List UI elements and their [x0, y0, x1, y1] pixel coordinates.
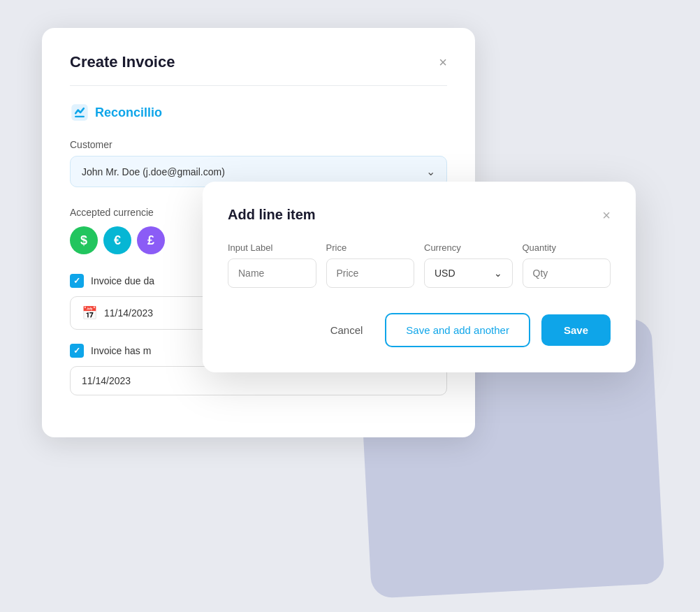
checkmark-icon-2: ✓: [73, 346, 80, 356]
invoice-due-date-checkbox[interactable]: ✓: [70, 274, 84, 288]
customer-value: John Mr. Doe (j.doe@gmail.com): [82, 166, 225, 177]
line-item-form-row: Input Label Price Currency USD ⌄ Quantit…: [228, 242, 611, 288]
input-label-header: Input Label: [228, 242, 316, 253]
currency-select[interactable]: USD ⌄: [424, 258, 513, 288]
checkmark-icon: ✓: [73, 276, 80, 286]
invoice-memo-checkbox[interactable]: ✓: [70, 344, 84, 358]
memo-date-value: 11/14/2023: [82, 375, 131, 386]
quantity-header: Quantity: [523, 242, 611, 253]
currency-header: Currency: [424, 242, 513, 253]
price-col: Price: [326, 242, 415, 288]
modal-header: Add line item ×: [228, 207, 611, 223]
gbp-currency-icon: £: [137, 226, 165, 254]
header-divider: [70, 85, 447, 86]
modal-title: Add line item: [228, 207, 316, 223]
eur-currency-icon: €: [103, 226, 131, 254]
name-input[interactable]: [228, 258, 316, 288]
create-invoice-title: Create Invoice: [70, 53, 175, 71]
cancel-button[interactable]: Cancel: [319, 317, 374, 343]
price-header: Price: [326, 242, 415, 253]
brand-icon: [70, 103, 89, 122]
modal-actions: Cancel Save and add another Save: [228, 313, 611, 347]
invoice-memo-label: Invoice has m: [91, 345, 151, 356]
brand-row: Reconcillio: [70, 103, 447, 122]
due-date-value: 11/14/2023: [104, 307, 153, 319]
calendar-icon: 📅: [82, 305, 97, 321]
currency-select-value: USD: [435, 268, 455, 279]
qty-input[interactable]: [523, 258, 611, 288]
input-label-col: Input Label: [228, 242, 316, 288]
save-button[interactable]: Save: [541, 314, 611, 346]
brand-name: Reconcillio: [95, 105, 162, 120]
chevron-down-icon: ⌄: [426, 165, 435, 178]
close-modal-button[interactable]: ×: [602, 208, 611, 222]
customer-label: Customer: [70, 139, 447, 150]
usd-currency-icon: $: [70, 226, 98, 254]
currency-col: Currency USD ⌄: [424, 242, 513, 288]
add-line-item-modal: Add line item × Input Label Price Curren…: [203, 182, 636, 372]
close-create-invoice-button[interactable]: ×: [439, 55, 447, 69]
card-header: Create Invoice ×: [70, 53, 447, 71]
quantity-col: Quantity: [523, 242, 611, 288]
price-input[interactable]: [326, 258, 415, 288]
currency-chevron-icon: ⌄: [494, 268, 502, 279]
invoice-due-date-label: Invoice due da: [91, 275, 154, 286]
save-and-add-button[interactable]: Save and add another: [385, 313, 530, 347]
